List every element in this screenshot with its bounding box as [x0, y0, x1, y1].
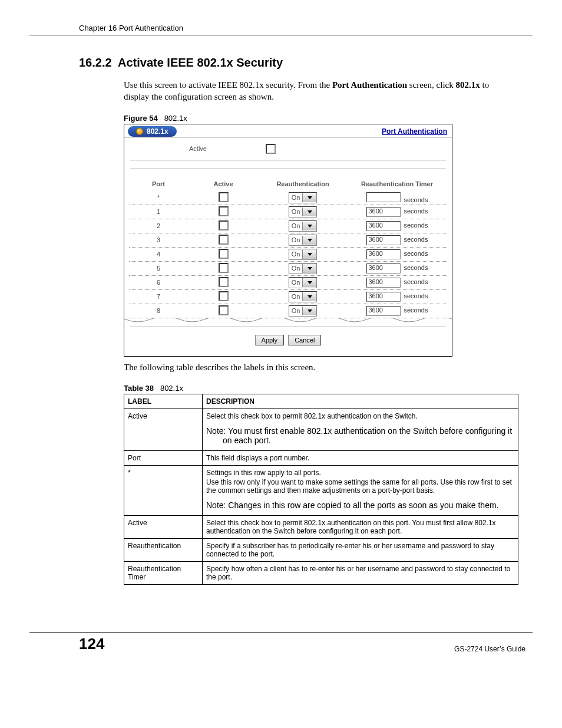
- timer-input[interactable]: 3600: [366, 235, 401, 245]
- table-label: Table 38: [124, 384, 154, 393]
- port-active-checkbox[interactable]: [219, 277, 229, 287]
- port-active-checkbox[interactable]: [219, 249, 229, 259]
- figure-caption: Figure 54 802.1x: [124, 114, 533, 123]
- unit-label: seconds: [404, 222, 428, 229]
- timer-input[interactable]: 3600: [366, 306, 401, 316]
- tear-edge: [124, 318, 452, 326]
- port-cell: 4: [129, 251, 188, 258]
- unit-label: seconds: [404, 207, 428, 215]
- table-caption-text: 802.1x: [160, 384, 183, 393]
- unit-label: seconds: [404, 236, 428, 243]
- page-number: 124: [79, 635, 104, 653]
- port-active-checkbox[interactable]: [219, 263, 229, 273]
- unit-label: seconds: [404, 278, 428, 285]
- port-table-header: Port Active Reauthentication Reauthentic…: [129, 180, 447, 191]
- port-active-checkbox[interactable]: [219, 206, 229, 216]
- note-text: Note: You must first enable 802.1x authe…: [223, 426, 514, 445]
- timer-input[interactable]: 3600: [366, 292, 401, 302]
- port-row: 2On3600seconds: [129, 219, 447, 233]
- port-active-checkbox[interactable]: [219, 220, 229, 230]
- reauth-select[interactable]: On: [289, 192, 318, 203]
- port-cell: 7: [129, 293, 188, 300]
- select-value: On: [289, 208, 303, 215]
- port-row: 7On3600seconds: [129, 290, 447, 304]
- description-cell: Specify how often a client has to re-ent…: [203, 561, 518, 584]
- tab-802-1x[interactable]: 802.1x: [128, 126, 177, 137]
- figure-label: Figure 54: [124, 114, 158, 123]
- active-checkbox[interactable]: [266, 144, 276, 154]
- label-cell: Reauthentication: [124, 538, 203, 561]
- description-cell: Settings in this row apply to all ports.…: [203, 465, 518, 515]
- desc-text: Settings in this row apply to all ports.: [206, 469, 514, 477]
- table-caption: Table 38 802.1x: [124, 384, 533, 393]
- figure-caption-text: 802.1x: [164, 114, 187, 123]
- select-value: On: [289, 251, 303, 258]
- label-cell: *: [124, 465, 203, 515]
- chevron-down-icon: [302, 292, 316, 301]
- intro-paragraph: Use this screen to activate IEEE 802.1x …: [124, 79, 515, 103]
- chevron-down-icon: [302, 193, 316, 202]
- reauth-select[interactable]: On: [289, 206, 318, 218]
- th-label: LABEL: [124, 394, 203, 409]
- intro-text: screen, click: [407, 80, 455, 90]
- col-port: Port: [129, 180, 188, 187]
- port-cell: *: [129, 194, 188, 201]
- section-number: 16.2.2: [79, 56, 112, 69]
- col-reauth: Reauthentication: [259, 180, 347, 187]
- description-cell: Select this check box to permit 802.1x a…: [203, 515, 518, 538]
- chevron-down-icon: [302, 278, 316, 287]
- reauth-select[interactable]: On: [289, 277, 318, 288]
- timer-input[interactable]: [366, 192, 401, 202]
- page-footer: 124 GS-2724 User’s Guide: [29, 632, 533, 653]
- reauth-select[interactable]: On: [289, 220, 318, 232]
- reauth-select[interactable]: On: [289, 263, 318, 274]
- intro-bold: Port Authentication: [332, 80, 407, 90]
- description-cell: Select this check box to permit 802.1x a…: [203, 409, 518, 450]
- desc-text: Use this row only if you want to make so…: [206, 478, 514, 495]
- active-label: Active: [130, 145, 266, 152]
- port-active-checkbox[interactable]: [219, 291, 229, 301]
- label-cell: Active: [124, 515, 203, 538]
- timer-input[interactable]: 3600: [366, 221, 401, 231]
- intro-bold: 802.1x: [455, 80, 480, 90]
- col-timer: Reauthentication Timer: [347, 180, 447, 187]
- chevron-down-icon: [302, 264, 316, 273]
- port-row: 8On3600seconds: [129, 304, 447, 318]
- timer-input[interactable]: 3600: [366, 278, 401, 288]
- timer-input[interactable]: 3600: [366, 249, 401, 259]
- cancel-button[interactable]: Cancel: [288, 335, 321, 345]
- port-active-checkbox[interactable]: [219, 235, 229, 245]
- section-heading: 16.2.2 Activate IEEE 802.1x Security: [29, 56, 533, 70]
- port-row: 4On3600seconds: [129, 248, 447, 262]
- select-value: On: [289, 265, 303, 272]
- reauth-select[interactable]: On: [289, 235, 318, 246]
- port-cell: 2: [129, 222, 188, 229]
- description-cell: Specify if a subscriber has to periodica…: [203, 538, 518, 561]
- reauth-select[interactable]: On: [289, 291, 318, 302]
- select-value: On: [289, 307, 303, 314]
- chevron-down-icon: [302, 236, 316, 245]
- chevron-down-icon: [302, 207, 316, 216]
- tab-label: 802.1x: [147, 127, 168, 136]
- port-authentication-link[interactable]: Port Authentication: [382, 127, 447, 136]
- timer-input[interactable]: 3600: [366, 263, 401, 274]
- port-active-checkbox[interactable]: [219, 305, 229, 315]
- intro-text: Use this screen to activate IEEE 802.1x …: [124, 80, 332, 90]
- port-active-checkbox[interactable]: [219, 192, 229, 202]
- figure-tab-bar: 802.1x Port Authentication: [124, 124, 452, 138]
- reauth-select[interactable]: On: [289, 249, 318, 260]
- desc-text: Select this check box to permit 802.1x a…: [206, 519, 514, 535]
- unit-label: seconds: [404, 264, 428, 271]
- port-row: 6On3600seconds: [129, 276, 447, 290]
- tab-indicator-icon: [136, 128, 143, 135]
- port-row: 3On3600seconds: [129, 233, 447, 248]
- description-cell: This field displays a port number.: [203, 450, 518, 465]
- reauth-select[interactable]: On: [289, 305, 318, 317]
- note-text: Note: Changes in this row are copied to …: [223, 500, 514, 510]
- timer-input[interactable]: 3600: [366, 207, 401, 217]
- figure-button-bar: Apply Cancel: [130, 326, 446, 351]
- apply-button[interactable]: Apply: [255, 335, 285, 345]
- global-active-row: Active: [130, 138, 446, 161]
- unit-label: seconds: [404, 250, 428, 257]
- port-row: 5On3600seconds: [129, 262, 447, 276]
